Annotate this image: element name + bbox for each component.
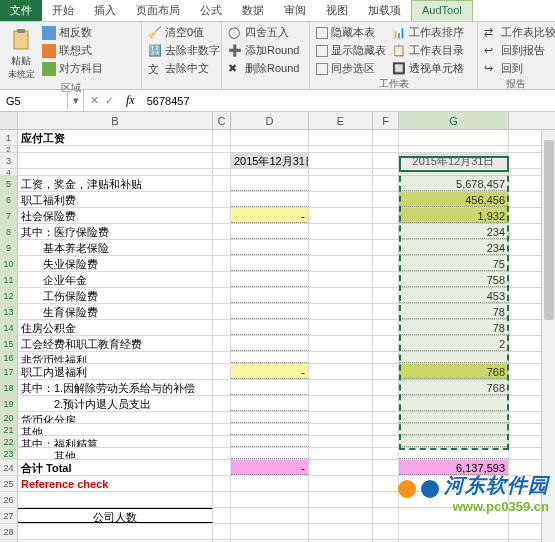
chk-show-hidden[interactable]: 显示隐藏表 [314, 42, 388, 59]
cell[interactable] [399, 169, 509, 175]
cell[interactable]: 2 [399, 336, 509, 351]
cell[interactable]: 453 [399, 288, 509, 303]
cell[interactable] [373, 436, 399, 447]
cell[interactable] [18, 153, 213, 168]
cell[interactable] [213, 224, 231, 239]
cell[interactable] [213, 508, 231, 523]
cell[interactable]: 企业年金 [18, 272, 213, 287]
cell[interactable] [213, 208, 231, 223]
col-header[interactable]: F [373, 112, 399, 129]
cell[interactable] [309, 396, 373, 411]
cell[interactable]: 其中：医疗保险费 [18, 224, 213, 239]
cell[interactable] [213, 352, 231, 363]
cell[interactable] [231, 224, 309, 239]
tab-view[interactable]: 视图 [316, 0, 358, 21]
cell[interactable] [231, 436, 309, 447]
cell[interactable]: 非货币性福利 [18, 352, 213, 363]
select-all-corner[interactable] [0, 112, 18, 129]
cell[interactable]: 768 [399, 364, 509, 379]
cell[interactable] [373, 176, 399, 191]
cell[interactable]: 失业保险费 [18, 256, 213, 271]
fx-icon[interactable]: fx [120, 93, 141, 108]
cell[interactable] [231, 524, 309, 539]
cell[interactable] [373, 492, 399, 507]
cell[interactable] [231, 240, 309, 255]
cell[interactable]: 其中：福利精算 [18, 436, 213, 447]
cell[interactable] [373, 288, 399, 303]
cell[interactable] [373, 256, 399, 271]
col-header[interactable]: G [399, 112, 509, 129]
row-header[interactable]: 11 [0, 272, 18, 287]
row-header[interactable]: 8 [0, 224, 18, 239]
col-header[interactable]: D [231, 112, 309, 129]
btn-remove-cn[interactable]: 文去除中文 [146, 60, 222, 77]
cell[interactable] [399, 146, 509, 152]
cell[interactable] [373, 460, 399, 475]
row-header[interactable]: 4 [0, 169, 18, 175]
cell[interactable] [213, 130, 231, 145]
cell[interactable] [213, 320, 231, 335]
cell[interactable] [373, 240, 399, 255]
cell[interactable] [399, 130, 509, 145]
cell[interactable] [309, 352, 373, 363]
cell[interactable] [213, 424, 231, 435]
cell[interactable] [231, 256, 309, 271]
cell[interactable] [231, 288, 309, 303]
cell[interactable] [309, 208, 373, 223]
cell[interactable] [309, 320, 373, 335]
cell[interactable] [399, 396, 509, 411]
check-icon[interactable]: ✓ [105, 94, 114, 107]
cell[interactable] [373, 272, 399, 287]
cell[interactable]: 2015年12月31日 [399, 153, 509, 168]
cell[interactable] [213, 412, 231, 423]
cell[interactable]: - [231, 364, 309, 379]
cell[interactable] [213, 460, 231, 475]
row-header[interactable]: 25 [0, 476, 18, 491]
row-header[interactable]: 22 [0, 436, 18, 447]
row-header[interactable]: 9 [0, 240, 18, 255]
cell[interactable] [309, 153, 373, 168]
cell[interactable] [309, 508, 373, 523]
cell[interactable]: 78 [399, 320, 509, 335]
row-header[interactable]: 24 [0, 460, 18, 475]
cell[interactable] [309, 288, 373, 303]
cell[interactable] [231, 396, 309, 411]
tab-data[interactable]: 数据 [232, 0, 274, 21]
cell[interactable] [18, 146, 213, 152]
cell[interactable] [399, 448, 509, 459]
cell[interactable] [231, 448, 309, 459]
cell[interactable] [373, 192, 399, 207]
cell[interactable]: - [231, 460, 309, 475]
cell[interactable] [373, 476, 399, 491]
row-header[interactable]: 21 [0, 424, 18, 435]
cell[interactable] [18, 492, 213, 507]
cell[interactable] [373, 508, 399, 523]
cell[interactable] [231, 169, 309, 175]
row-header[interactable]: 12 [0, 288, 18, 303]
cell[interactable] [309, 176, 373, 191]
cell[interactable]: 住房公积金 [18, 320, 213, 335]
cell[interactable] [309, 412, 373, 423]
btn-sheet-toc[interactable]: 📋工作表目录 [390, 42, 466, 59]
cell[interactable] [373, 320, 399, 335]
cell[interactable] [373, 208, 399, 223]
col-header[interactable]: E [309, 112, 373, 129]
cell[interactable] [399, 412, 509, 423]
cell[interactable] [309, 460, 373, 475]
cell[interactable] [18, 169, 213, 175]
cell[interactable] [213, 256, 231, 271]
row-header[interactable]: 2 [0, 146, 18, 152]
cell[interactable]: 其中：1.因解除劳动关系给与的补偿 [18, 380, 213, 395]
cell[interactable] [231, 476, 309, 491]
btn-round[interactable]: ◯四舍五入 [226, 24, 301, 41]
cell[interactable] [373, 396, 399, 411]
cell[interactable] [373, 146, 399, 152]
cell[interactable] [309, 304, 373, 319]
cell[interactable] [373, 380, 399, 395]
cell[interactable] [231, 304, 309, 319]
cell[interactable]: 其他 [18, 424, 213, 435]
tab-addins[interactable]: 加载项 [358, 0, 411, 21]
cell[interactable] [231, 336, 309, 351]
btn-pivot-cell[interactable]: 🔲透视单元格 [390, 60, 466, 77]
tab-insert[interactable]: 插入 [84, 0, 126, 21]
